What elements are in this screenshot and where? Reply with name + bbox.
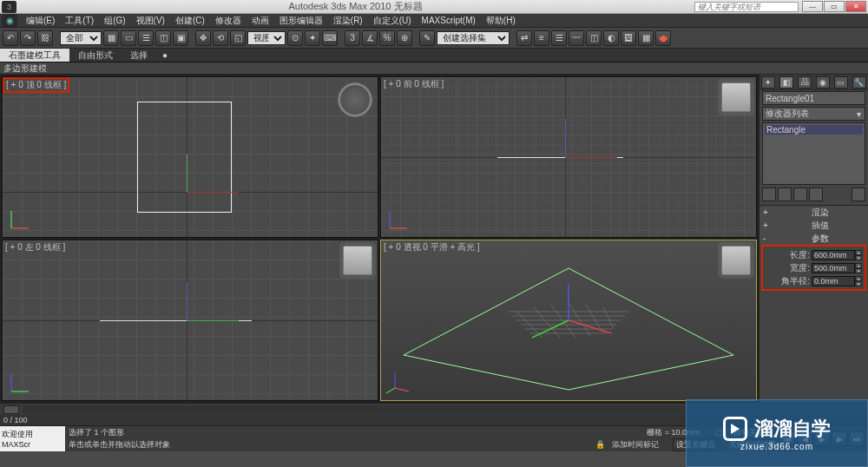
rectangle-shape[interactable]: [137, 102, 232, 213]
viewport-top-label[interactable]: [ + 0 顶 0 线框 ]: [3, 77, 69, 93]
viewport-top[interactable]: [ + 0 顶 0 线框 ]: [2, 76, 378, 238]
viewport-left[interactable]: [ + 0 左 0 线框 ]: [2, 240, 378, 401]
modifier-stack[interactable]: Rectangle: [762, 122, 865, 185]
schematic-icon[interactable]: ◫: [586, 30, 602, 46]
viewport-front-label[interactable]: [ + 0 前 0 线框 ]: [381, 77, 446, 91]
viewcube-front-icon[interactable]: [721, 82, 751, 112]
transform-gizmo-z[interactable]: [565, 119, 566, 157]
selection-scope-select[interactable]: 全部: [60, 31, 102, 45]
time-handle-icon[interactable]: [3, 405, 19, 414]
width-input[interactable]: 500.0mm: [812, 263, 855, 273]
viewcube-persp-icon[interactable]: [721, 246, 751, 275]
manip-icon[interactable]: ✦: [305, 30, 320, 46]
length-input[interactable]: 600.0mm: [812, 250, 855, 260]
viewcube-top-icon[interactable]: [338, 82, 372, 117]
menu-graph[interactable]: 图形编辑器: [274, 14, 328, 27]
link-icon[interactable]: ⛓: [37, 30, 53, 46]
modifier-list-select[interactable]: 修改器列表 ▾: [762, 107, 865, 121]
render-frame-icon[interactable]: ▦: [638, 30, 654, 46]
transform-gizmo-y[interactable]: [187, 154, 187, 192]
menu-edit[interactable]: 编辑(E): [21, 14, 60, 27]
render-icon[interactable]: 🫖: [655, 30, 671, 46]
named-sel-edit-icon[interactable]: ✎: [419, 30, 435, 46]
search-input[interactable]: [694, 2, 799, 12]
keyboard-icon[interactable]: ⌨: [322, 30, 338, 46]
utilities-tab-icon[interactable]: 🔧: [852, 76, 866, 89]
pivot-icon[interactable]: ⊙: [287, 30, 303, 46]
viewport-perspective[interactable]: [ + 0 透视 0 平滑 + 高光 ]: [380, 240, 757, 401]
tab-selection[interactable]: 选择: [122, 49, 156, 62]
add-time-tag[interactable]: 添加时间标记: [612, 439, 659, 451]
snap-icon[interactable]: 3: [345, 30, 360, 46]
make-unique-icon[interactable]: [793, 187, 807, 201]
app-menu-icon[interactable]: ◉: [2, 14, 17, 27]
menu-render[interactable]: 渲染(R): [328, 14, 368, 27]
rollout-parameters[interactable]: -参数: [760, 232, 868, 245]
viewport-left-label[interactable]: [ + 0 左 0 线框 ]: [3, 240, 68, 254]
viewport-front[interactable]: [ + 0 前 0 线框 ]: [380, 76, 757, 238]
menu-views[interactable]: 视图(V): [131, 14, 170, 27]
menu-help[interactable]: 帮助(H): [481, 14, 521, 27]
display-tab-icon[interactable]: ▭: [834, 76, 848, 89]
transform-gizmo-z[interactable]: [187, 282, 187, 320]
menu-customize[interactable]: 自定义(U): [368, 14, 417, 27]
create-tab-icon[interactable]: ✦: [761, 76, 775, 89]
panel-poly-modeling[interactable]: 多边形建模: [3, 62, 47, 75]
spinner-down-icon[interactable]: ▾: [855, 268, 862, 273]
modify-tab-icon[interactable]: ◧: [779, 76, 793, 89]
motion-tab-icon[interactable]: ◉: [816, 76, 830, 89]
material-editor-icon[interactable]: ◐: [603, 30, 619, 46]
menu-tools[interactable]: 工具(T): [60, 14, 99, 27]
select-region-icon[interactable]: ◫: [155, 30, 171, 46]
move-icon[interactable]: ✥: [195, 30, 211, 46]
select-object-icon[interactable]: ▭: [121, 30, 136, 46]
rotate-icon[interactable]: ⟲: [213, 30, 228, 46]
spinner-snap-icon[interactable]: ⊕: [397, 30, 412, 46]
corner-input[interactable]: 0.0mm: [812, 276, 855, 286]
curve-editor-icon[interactable]: 〰: [569, 30, 584, 46]
tab-record-icon[interactable]: ●: [156, 49, 174, 62]
rollout-interpolation[interactable]: +插值: [760, 219, 868, 232]
tab-freeform[interactable]: 自由形式: [69, 49, 122, 62]
transform-gizmo-x[interactable]: [565, 157, 617, 158]
menu-modifiers[interactable]: 修改器: [210, 14, 247, 27]
angle-snap-icon[interactable]: ∡: [362, 30, 378, 46]
welcome-panel[interactable]: 欢迎使用 MAXScr: [0, 426, 65, 451]
menu-group[interactable]: 组(G): [99, 14, 130, 27]
hierarchy-tab-icon[interactable]: 品: [798, 76, 812, 89]
maximize-button[interactable]: ▭: [824, 1, 845, 12]
object-name-field[interactable]: Rectangle01: [762, 91, 865, 105]
pin-stack-icon[interactable]: [762, 187, 776, 201]
select-filter-icon[interactable]: ▦: [103, 30, 119, 46]
menu-animation[interactable]: 动画: [247, 14, 274, 27]
ref-coord-select[interactable]: 视图: [247, 31, 286, 45]
spinner-down-icon[interactable]: ▾: [855, 281, 862, 286]
percent-snap-icon[interactable]: %: [379, 30, 395, 46]
stack-item[interactable]: Rectangle: [765, 125, 863, 135]
undo-icon[interactable]: ↶: [3, 30, 18, 46]
viewport-persp-label[interactable]: [ + 0 透视 0 平滑 + 高光 ]: [381, 240, 483, 254]
transform-gizmo-x[interactable]: [187, 192, 239, 193]
select-name-icon[interactable]: ☰: [138, 30, 154, 46]
transform-gizmo-y[interactable]: [187, 320, 239, 321]
remove-mod-icon[interactable]: [809, 187, 823, 201]
redo-icon[interactable]: ↷: [20, 30, 36, 46]
mirror-icon[interactable]: ⇄: [516, 30, 532, 46]
viewcube-left-icon[interactable]: [343, 246, 372, 275]
menu-create[interactable]: 创建(C): [170, 14, 210, 27]
minimize-button[interactable]: —: [802, 1, 823, 12]
spinner-down-icon[interactable]: ▾: [855, 255, 862, 260]
render-setup-icon[interactable]: 🖼: [621, 30, 636, 46]
close-button[interactable]: ✕: [845, 1, 866, 12]
named-sel-select[interactable]: 创建选择集: [437, 31, 510, 45]
align-icon[interactable]: ≡: [534, 30, 549, 46]
menu-maxscript[interactable]: MAXScript(M): [417, 14, 481, 27]
layers-icon[interactable]: ☰: [551, 30, 567, 46]
scale-icon[interactable]: ◱: [230, 30, 246, 46]
rollout-render[interactable]: +渲染: [760, 206, 868, 219]
window-crossing-icon[interactable]: ▣: [173, 30, 188, 46]
show-end-icon[interactable]: [778, 187, 792, 201]
tab-graphite[interactable]: 石墨建模工具: [0, 49, 69, 62]
modifier-list-label: 修改器列表: [766, 108, 852, 120]
configure-icon[interactable]: [852, 187, 865, 201]
